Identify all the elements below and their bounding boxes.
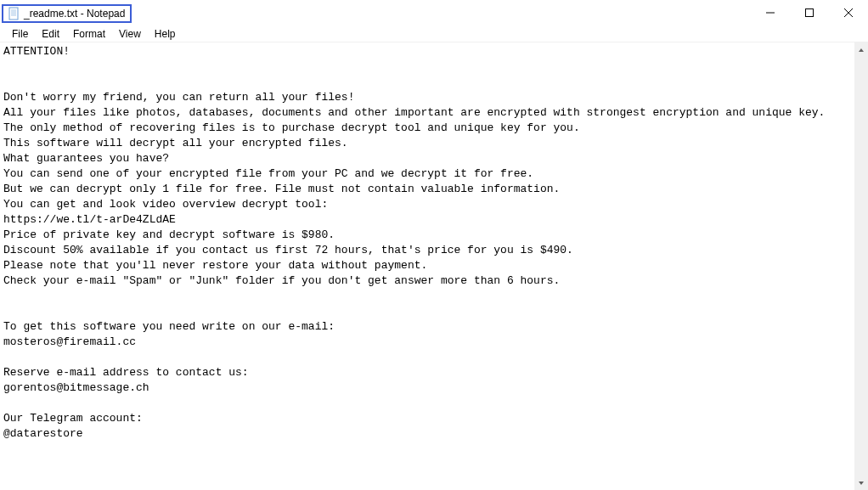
menu-bar: File Edit Format View Help [0, 25, 868, 42]
menu-edit[interactable]: Edit [35, 26, 66, 42]
vertical-scrollbar[interactable] [854, 42, 868, 490]
menu-help[interactable]: Help [148, 26, 183, 42]
menu-format[interactable]: Format [66, 26, 112, 42]
window-controls [751, 0, 868, 25]
scroll-thumb[interactable] [854, 57, 868, 476]
menu-view[interactable]: View [112, 26, 148, 42]
title-left-highlight: _readme.txt - Notepad [2, 4, 132, 23]
scroll-down-arrow[interactable] [854, 476, 868, 490]
notepad-icon [7, 7, 20, 20]
menu-file[interactable]: File [5, 26, 35, 42]
minimize-button[interactable] [751, 0, 790, 25]
scroll-track[interactable] [854, 57, 868, 476]
scroll-up-arrow[interactable] [854, 42, 868, 57]
maximize-button[interactable] [790, 0, 829, 25]
content-area: ATTENTION! Don't worry my friend, you ca… [0, 42, 868, 490]
svg-rect-6 [806, 8, 814, 16]
title-bar: _readme.txt - Notepad [0, 0, 868, 25]
text-editor[interactable]: ATTENTION! Don't worry my friend, you ca… [0, 42, 854, 490]
close-button[interactable] [829, 0, 868, 25]
svg-marker-9 [859, 48, 864, 52]
window-title: _readme.txt - Notepad [24, 8, 125, 20]
svg-marker-10 [859, 482, 864, 485]
